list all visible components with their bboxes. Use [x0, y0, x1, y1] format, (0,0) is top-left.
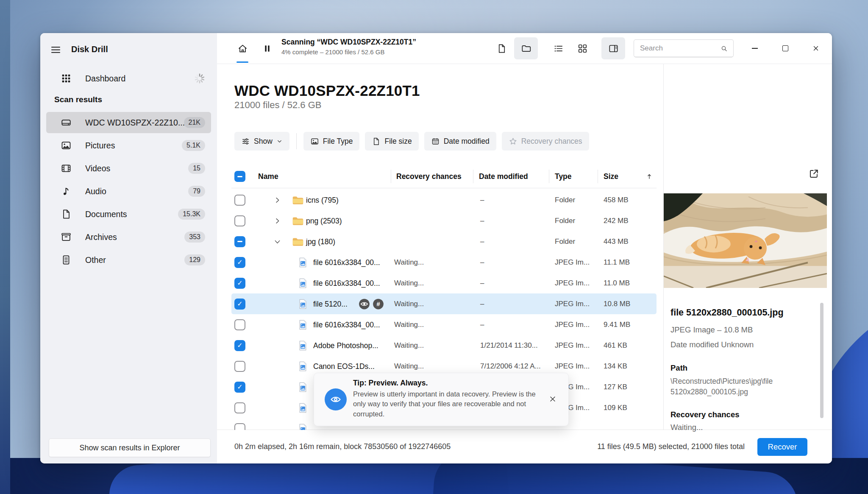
type-cell: JPEG Im...	[555, 362, 590, 371]
table-row[interactable]: ✓ file 6016x3384_00... Waiting... – JPEG…	[231, 252, 657, 273]
file-size-filter-button[interactable]: File size	[365, 132, 418, 151]
sidebar-item-icon	[61, 140, 72, 151]
row-checkbox[interactable]: ✓	[234, 340, 245, 351]
column-header-name[interactable]: Name	[258, 172, 278, 181]
sidebar-item-count-badge: 129	[184, 254, 205, 265]
row-checkbox[interactable]: ✓	[234, 195, 245, 206]
sidebar-item-count-badge: 15.3K	[178, 209, 205, 220]
file-list-pane: WDC WD10SPZX-22Z10T1 21000 files / 52.6 …	[217, 64, 663, 430]
pause-scan-button[interactable]	[259, 40, 275, 57]
row-checkbox[interactable]: ✓	[234, 215, 245, 226]
maximize-button[interactable]	[773, 39, 798, 58]
sidebar-item-icon	[61, 186, 72, 197]
column-header-type[interactable]: Type	[555, 172, 572, 181]
close-button[interactable]	[804, 39, 828, 58]
sidebar-item[interactable]: Videos 15	[46, 158, 211, 179]
sidebar-item-dashboard[interactable]: Dashboard	[46, 68, 211, 89]
file-name-cell: Canon EOS-1Ds...	[313, 362, 375, 371]
tip-close-button[interactable]	[547, 394, 558, 405]
type-cell: JPEG Im...	[555, 321, 590, 329]
table-header: Name Recovery chances Date modified Type…	[231, 165, 657, 188]
row-checkbox[interactable]: ✓	[234, 402, 245, 413]
table-row[interactable]: ✓ Adobe Photoshop... Waiting... 1/21/201…	[231, 335, 657, 356]
row-checkbox[interactable]: ✓	[234, 319, 245, 330]
sort-ascending-icon[interactable]	[645, 173, 653, 180]
app-title: Disk Drill	[71, 45, 108, 54]
folder-view-button[interactable]	[514, 37, 538, 59]
tree-expand-chevron-icon[interactable]	[273, 196, 281, 204]
sidebar-item-icon	[61, 232, 72, 243]
sidebar-item[interactable]: Audio 79	[46, 181, 211, 202]
date-modified-cell: 1/21/2014 11:30...	[480, 341, 538, 350]
status-bar-right: 11 files (49.5 MB) selected, 21000 files…	[597, 438, 832, 456]
table-row[interactable]: ✓ png (2503) – Folder 242 MB	[231, 210, 657, 231]
sidebar-item[interactable]: Pictures 5.1K	[46, 135, 211, 156]
row-checkbox[interactable]: ✓	[234, 257, 245, 268]
date-modified-cell: –	[480, 321, 484, 329]
folder-icon	[292, 215, 304, 227]
recover-button[interactable]: Recover	[757, 438, 807, 456]
close-icon	[548, 395, 557, 403]
row-checkbox[interactable]: ✓	[234, 299, 245, 310]
table-row[interactable]: ✓ file 6016x3384_00... Waiting... – JPEG…	[231, 314, 657, 335]
file-type-filter-button[interactable]: File Type	[303, 132, 360, 151]
home-tab-button[interactable]	[234, 40, 251, 57]
sidebar-item-icon	[61, 117, 72, 128]
grid-view-button[interactable]	[574, 40, 591, 57]
row-checkbox[interactable]: ✓	[234, 423, 245, 430]
row-checkbox[interactable]: ✓	[234, 361, 245, 372]
jpeg-file-icon	[297, 423, 309, 430]
recovery-chances-cell: Waiting...	[394, 258, 424, 267]
type-cell: Folder	[555, 196, 575, 204]
row-checkbox[interactable]: ✓	[234, 382, 245, 393]
sidebar-item-label: Pictures	[85, 141, 115, 151]
minimize-button[interactable]	[743, 39, 767, 58]
column-header-date-modified[interactable]: Date modified	[479, 172, 528, 181]
size-cell: 9.41 MB	[604, 321, 630, 329]
type-cell: JPEG Im...	[555, 300, 590, 308]
show-filter-button[interactable]: Show	[234, 132, 289, 151]
date-modified-filter-button[interactable]: Date modified	[424, 132, 496, 151]
sidebar: Disk Drill Dashboard Scan results WDC WD…	[40, 33, 217, 463]
search-input[interactable]	[639, 44, 720, 53]
date-modified-cell: –	[480, 300, 484, 308]
check-icon: ✓	[237, 259, 242, 266]
sidebar-item-label: Archives	[85, 232, 117, 242]
preview-scrollbar[interactable]	[820, 303, 823, 418]
type-cell: JPEG Im...	[555, 258, 590, 267]
tree-expand-chevron-icon[interactable]	[273, 237, 281, 246]
preview-image	[664, 193, 827, 288]
sidebar-item[interactable]: Other 129	[46, 249, 211, 271]
size-cell: 242 MB	[604, 217, 629, 225]
table-row[interactable]: ✓ jpg (180) – Folder 443 MB	[231, 231, 657, 252]
sidebar-item[interactable]: WDC WD10SPZX-22Z10... 21K	[46, 112, 211, 133]
recovery-chances-cell: Waiting...	[394, 300, 424, 308]
column-header-size[interactable]: Size	[604, 172, 618, 181]
date-modified-cell: –	[480, 237, 484, 246]
tree-expand-chevron-icon[interactable]	[273, 217, 281, 225]
date-modified-cell: –	[480, 196, 484, 204]
preview-panel-toggle-button[interactable]	[601, 37, 625, 59]
row-checkbox[interactable]: ✓	[234, 278, 245, 289]
open-preview-externally-button[interactable]	[807, 168, 820, 181]
sidebar-item-count-badge: 79	[188, 186, 205, 197]
hex-view-badge-icon	[373, 298, 384, 310]
check-icon: ✓	[237, 280, 242, 287]
scanning-spinner-icon	[194, 73, 205, 84]
table-row[interactable]: ✓ icns (795) – Folder 458 MB	[231, 190, 657, 210]
sidebar-item[interactable]: Documents 15.3K	[46, 204, 211, 225]
column-divider	[391, 170, 391, 183]
tip-popup: Tip: Preview. Always. Preview is utterly…	[314, 373, 569, 426]
table-row[interactable]: ✓ file 6016x3384_00... Waiting... – JPEG…	[231, 273, 657, 293]
column-header-recovery-chances[interactable]: Recovery chances	[396, 172, 462, 181]
image-icon	[310, 137, 319, 146]
preview-file-info: JPEG Image – 10.8 MB	[670, 325, 753, 335]
hamburger-menu-button[interactable]	[50, 42, 64, 57]
show-in-explorer-button[interactable]: Show scan results in Explorer	[49, 438, 211, 457]
list-view-button[interactable]	[550, 40, 567, 57]
table-row[interactable]: ✓ file 5120... Waiting... – JPEG Im... 1…	[231, 293, 657, 314]
select-all-checkbox[interactable]	[234, 171, 245, 182]
sidebar-item[interactable]: Archives 353	[46, 226, 211, 248]
row-checkbox[interactable]: ✓	[234, 236, 245, 247]
session-file-button[interactable]	[493, 40, 510, 57]
